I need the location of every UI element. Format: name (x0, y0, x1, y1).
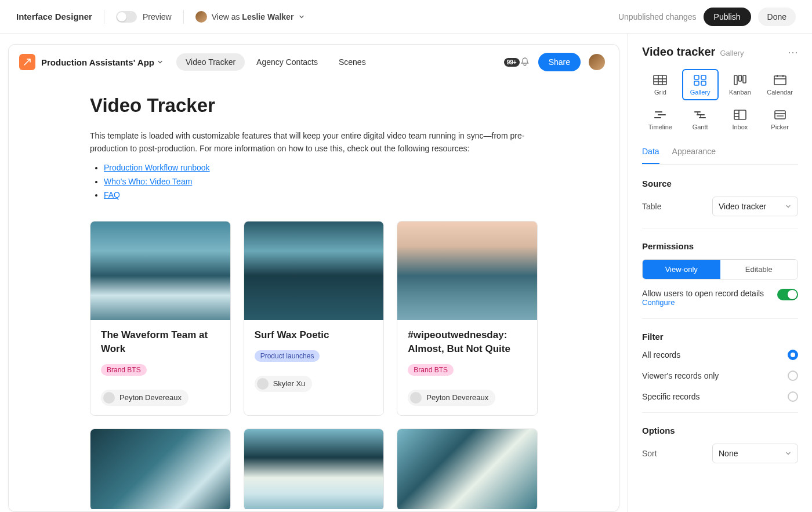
page-description: This template is loaded with customizabl… (90, 129, 538, 155)
picker-icon (773, 108, 788, 121)
svg-rect-6 (701, 75, 706, 79)
resource-link-list: Production Workflow runbook Who's Who: V… (90, 161, 538, 202)
sort-label: Sort (642, 449, 657, 458)
svg-rect-12 (774, 76, 786, 85)
layout-option-kanban[interactable]: Kanban (722, 69, 759, 100)
person-chip: Peyton Devereaux (408, 390, 495, 406)
layout-option-gallery[interactable]: Gallery (682, 69, 719, 100)
config-tabs: Data Appearance (642, 147, 798, 165)
filter-option-all-records[interactable]: All records (642, 350, 798, 360)
gallery-card[interactable]: #wipeoutwednesday: Almost, But Not Quite… (397, 221, 538, 416)
radio-button-icon (788, 391, 798, 402)
layout-option-picker[interactable]: Picker (762, 104, 798, 135)
app-icon (19, 54, 35, 70)
share-button[interactable]: Share (538, 53, 581, 71)
layout-option-gantt[interactable]: Gantt (682, 104, 719, 135)
app-name-dropdown[interactable]: Production Assistants' App (41, 57, 164, 67)
svg-rect-0 (654, 75, 666, 85)
filter-option-viewers-records[interactable]: Viewer's records only (642, 371, 798, 381)
layout-option-calendar[interactable]: Calendar (762, 69, 798, 100)
panel-title: Video tracker (642, 45, 715, 59)
svg-rect-8 (701, 81, 706, 85)
done-button[interactable]: Done (758, 8, 796, 26)
layout-option-grid[interactable]: Grid (642, 69, 679, 100)
gallery-card[interactable] (90, 429, 231, 509)
filter-option-label: Viewer's records only (642, 371, 719, 380)
person-name: Skyler Xu (273, 379, 306, 388)
gallery-card[interactable]: Surf Wax Poetic Product launches Skyler … (244, 221, 385, 416)
tab-scenes[interactable]: Scenes (329, 53, 375, 71)
svg-rect-26 (775, 111, 785, 119)
avatar-icon[interactable] (589, 54, 605, 70)
gallery-icon (693, 74, 708, 86)
divider (642, 412, 798, 413)
divider (642, 318, 798, 319)
divider (642, 228, 798, 228)
chevron-down-icon (785, 450, 792, 457)
layout-option-timeline[interactable]: Timeline (642, 104, 679, 135)
avatar-icon (103, 392, 115, 404)
layout-label: Gallery (690, 89, 710, 96)
link-whos-who[interactable]: Who's Who: Video Team (104, 177, 192, 186)
card-tag: Product launches (255, 350, 320, 362)
designer-title: Interface Designer (16, 12, 92, 21)
page-title: Video Tracker (90, 95, 538, 117)
allow-open-record-toggle[interactable] (777, 289, 798, 300)
gallery-card[interactable]: The Waveform Team at Work Brand BTS Peyt… (90, 221, 231, 416)
grid-icon (652, 74, 668, 86)
card-title: The Waveform Team at Work (101, 328, 220, 356)
card-image (397, 429, 537, 509)
layout-label: Inbox (732, 124, 748, 130)
tab-data[interactable]: Data (642, 147, 659, 164)
canvas-wrap: Production Assistants' App Video Tracker… (0, 34, 628, 512)
person-chip: Skyler Xu (255, 376, 313, 392)
layout-label: Picker (771, 124, 789, 130)
link-production-workflow[interactable]: Production Workflow runbook (104, 163, 210, 172)
segment-view-only[interactable]: View-only (643, 260, 720, 279)
filter-option-label: All records (642, 350, 680, 360)
layout-option-inbox[interactable]: Inbox (722, 104, 759, 135)
avatar-icon (257, 378, 269, 390)
source-table-label: Table (642, 202, 661, 211)
section-source-heading: Source (642, 179, 798, 188)
segment-editable[interactable]: Editable (720, 260, 798, 279)
sort-row: Sort None (642, 444, 798, 463)
section-filter-heading: Filter (642, 332, 798, 342)
gantt-icon (693, 108, 708, 121)
publish-button[interactable]: Publish (704, 8, 751, 26)
link-faq[interactable]: FAQ (104, 190, 120, 199)
chevron-down-icon (785, 203, 792, 210)
layout-label: Timeline (648, 124, 672, 130)
kanban-icon (733, 74, 748, 86)
canvas-header: Production Assistants' App Video Tracker… (9, 45, 619, 77)
svg-rect-22 (734, 110, 746, 119)
tab-video-tracker[interactable]: Video Tracker (176, 53, 245, 71)
gallery-card[interactable] (244, 429, 385, 509)
more-menu-icon[interactable]: ⋯ (788, 47, 798, 57)
tab-appearance[interactable]: Appearance (672, 147, 716, 164)
sort-select[interactable]: None (712, 444, 798, 463)
notifications-button[interactable]: 99+ (504, 57, 530, 67)
bell-icon (520, 57, 530, 67)
layout-label: Gantt (693, 124, 708, 130)
timeline-icon (652, 108, 668, 121)
person-chip: Peyton Devereaux (101, 390, 188, 406)
view-as-selector[interactable]: View as Leslie Walker (195, 11, 306, 23)
tab-agency-contacts[interactable]: Agency Contacts (247, 53, 327, 71)
card-title: Surf Wax Poetic (255, 328, 374, 342)
source-table-select[interactable]: Video tracker (712, 197, 798, 216)
preview-toggle-group: Preview (116, 11, 172, 23)
page-tabs: Video Tracker Agency Contacts Scenes (176, 53, 375, 71)
svg-rect-10 (738, 75, 741, 81)
filter-option-specific-records[interactable]: Specific records (642, 391, 798, 402)
chevron-down-icon (157, 59, 164, 66)
preview-toggle[interactable] (116, 11, 137, 23)
divider (183, 10, 184, 24)
gallery-card[interactable] (397, 429, 538, 509)
divider (104, 10, 104, 24)
app-name-label: Production Assistants' App (41, 57, 154, 67)
configure-link[interactable]: Configure (642, 298, 764, 307)
radio-button-icon (788, 350, 798, 360)
inbox-icon (733, 108, 748, 121)
card-image (397, 221, 537, 320)
